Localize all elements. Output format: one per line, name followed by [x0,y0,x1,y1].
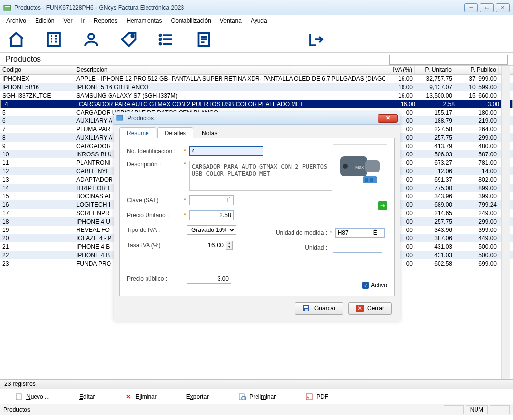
close-button[interactable]: ✕ [496,3,510,12]
svg-point-7 [160,43,161,44]
svg-rect-14 [117,115,123,120]
dialog-title: Productos [127,115,378,122]
dialog-icon [116,115,124,122]
cancel-icon: ✕ [356,305,364,312]
col-codigo[interactable]: Codigo [0,66,74,74]
guardar-label: Guardar [314,305,336,312]
svg-point-5 [160,34,161,36]
dialog-close-button[interactable]: ✕ [378,114,398,123]
preliminar-button[interactable]: Preliminar [238,393,276,401]
svg-point-3 [88,34,94,39]
preview-icon [238,393,246,401]
pdf-button[interactable]: A PDF [305,393,328,401]
input-unidad-medida[interactable] [335,228,385,238]
grid-scrollbar[interactable] [501,66,510,379]
nuevo-button[interactable]: NNuevo ...uevo ... [15,393,50,401]
label-precio-unitario: Precio Unitario : [127,212,181,219]
col-iva[interactable]: IVA (%) [385,66,415,74]
svg-rect-20 [365,178,368,182]
menu-archivo[interactable]: Archivo [2,16,30,25]
check-icon: ✓ [362,282,369,289]
delete-icon: ✕ [124,393,132,401]
status-num: NUM [466,405,488,414]
tag-icon[interactable] [118,29,140,50]
building-icon[interactable] [43,29,65,50]
input-descripcion[interactable]: CARGADOR PARA AUTO GTMAX CON 2 PUERTOS U… [189,161,332,191]
label-no-id: No. Identificación : [127,148,181,154]
svg-text:A: A [307,396,309,399]
statusbar: Productos NUM [0,404,513,415]
input-clave-sat[interactable] [189,195,234,205]
svg-text:Max: Max [355,165,364,170]
document-icon[interactable] [193,29,215,50]
home-icon[interactable] [5,29,27,50]
menu-herramientas[interactable]: Herramientas [122,16,166,25]
input-precio-publico[interactable] [187,274,231,284]
exportar-button[interactable]: Exportar [186,393,209,400]
eliminar-button[interactable]: ✕ Eliminar [124,393,156,401]
label-activo: Activo [371,282,387,289]
tab-detalles[interactable]: Detalles [157,127,193,139]
cerrar-button[interactable]: ✕ Cerrar [348,302,392,315]
exit-icon[interactable] [305,29,327,50]
menu-reportes[interactable]: Reportes [90,16,122,25]
col-ppublico[interactable]: P. Publico [454,66,499,74]
svg-rect-0 [4,5,11,10]
status-left: Productos [3,406,30,413]
maximize-button[interactable]: ▭ [480,3,494,12]
label-descripcion: Descripción : [127,161,181,168]
svg-rect-1 [5,6,10,7]
status-empty [444,405,464,414]
minimize-button[interactable]: ─ [464,3,478,12]
table-row[interactable]: SGH-I337ZKLTCESAMSUNG GALAXY S7 (SGH-I33… [0,91,513,100]
menu-ventana[interactable]: Ventana [216,16,246,25]
spin-tasa-iva[interactable]: ▲▼ [187,240,233,250]
dialog-titlebar[interactable]: Productos ✕ [114,112,400,125]
table-row[interactable]: IPHONEXAPPLE - IPHONE 12 PRO 512 GB- PAN… [0,75,513,83]
input-tasa-iva[interactable] [187,240,226,250]
save-icon [302,305,310,312]
spin-up-icon[interactable]: ▲ [226,241,232,245]
menu-ir[interactable]: Ir [77,16,88,25]
titlebar[interactable]: Productos - FUNK671228PH6 - GNcys Factur… [0,0,513,15]
svg-point-17 [343,164,348,169]
product-image: Max [333,144,387,198]
menu-edicion[interactable]: Edición [31,16,58,25]
list-icon[interactable] [155,29,177,50]
tab-notas[interactable]: Notas [194,127,224,139]
table-row[interactable]: IPHONE5B16IPHONE 5 16 GB BLANCO16.009,13… [0,83,513,91]
menu-ayuda[interactable]: Ayuda [247,16,271,25]
pdf-label: PDF [316,393,328,400]
svg-point-6 [160,38,161,40]
person-icon[interactable] [80,29,102,50]
action-bar: NNuevo ...uevo ... Editar ✕ Eliminar Exp… [0,389,513,404]
svg-rect-2 [48,33,60,46]
main-window: Productos - FUNK671228PH6 - GNcys Factur… [0,0,513,420]
checkbox-activo[interactable]: ✓ Activo [362,282,387,289]
pdf-icon: A [305,393,313,401]
col-descripcion[interactable]: Descripcion [74,66,385,74]
svg-rect-16 [365,160,380,172]
guardar-button[interactable]: Guardar [295,302,343,315]
table-row[interactable]: 4CARGADOR PARA AUTO GTMAX CON 2 PUERTOS … [0,100,513,108]
select-tipo-iva[interactable]: Gravado 16% [187,225,236,235]
product-dialog: Productos ✕ Resume Detalles Notas No. Id… [114,112,400,321]
col-punitario[interactable]: P. Unitario [415,66,454,74]
spin-down-icon[interactable]: ▼ [226,245,232,249]
menu-ver[interactable]: Ver [59,16,76,25]
search-input[interactable] [389,55,508,65]
input-no-id[interactable] [189,146,263,156]
row-count: 23 registros [0,379,513,389]
input-precio-unitario[interactable] [189,210,234,220]
go-arrow-icon[interactable]: ➔ [378,201,387,210]
input-unidad[interactable] [333,243,382,253]
dialog-tabs: Resume Detalles Notas [114,125,400,139]
svg-rect-9 [16,394,21,400]
menu-contabilizacion[interactable]: Contabilización [167,16,215,25]
editar-button[interactable]: Editar [79,393,95,400]
cerrar-label: Cerrar [367,305,384,312]
status-empty2 [490,405,510,414]
tab-resume[interactable]: Resume [119,127,156,139]
toolbar [0,26,513,53]
svg-point-4 [131,35,134,37]
